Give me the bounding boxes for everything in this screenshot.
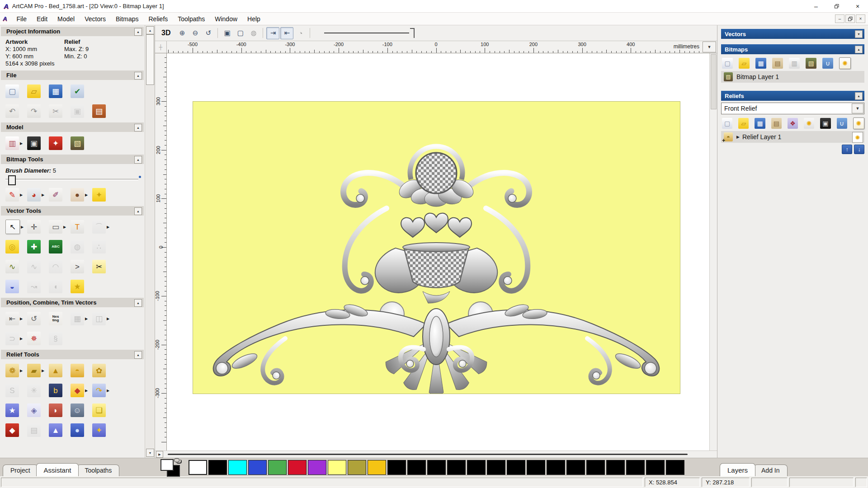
smoothing-icon[interactable]: ▰ [27, 364, 41, 377]
tab-add-in[interactable]: Add In [754, 465, 787, 476]
extrude-relief-icon[interactable]: ✦ [92, 423, 106, 437]
save-bitmap-layer-icon[interactable]: ▦ [755, 58, 766, 69]
paint-icon[interactable]: ✎ [5, 188, 19, 202]
zoom-in-icon[interactable]: ⊕ [176, 28, 188, 39]
brush-diameter-slider[interactable] [5, 175, 138, 184]
colour-shape-icon[interactable]: ◆ [5, 423, 19, 437]
colour-swatch[interactable] [348, 460, 366, 475]
create-star-icon[interactable]: ★ [71, 280, 84, 293]
colour-swatch[interactable] [527, 460, 545, 475]
colour-swatch[interactable] [189, 460, 207, 475]
tab-layers[interactable]: Layers [720, 463, 755, 476]
magic-sponge-icon[interactable]: ✦ [92, 188, 106, 202]
colour-swatch[interactable] [626, 460, 645, 475]
redo-icon[interactable]: ↷ [27, 104, 41, 118]
flyout-arrow-icon[interactable]: ▶ [85, 317, 88, 321]
toggle-bitmap-visibility-icon[interactable]: ✺ [839, 57, 851, 69]
create-text-icon[interactable]: T [71, 220, 84, 234]
layer-visibility-bulb-icon[interactable]: ✺ [852, 132, 863, 143]
ruler-unit-dropdown[interactable]: ▼ [703, 42, 716, 52]
join-vectors-icon[interactable]: ⊃ [5, 332, 19, 345]
colour-swatch[interactable] [646, 460, 665, 475]
colour-swatch[interactable] [228, 460, 247, 475]
colour-swatch[interactable] [288, 460, 307, 475]
restore-button[interactable] [826, 0, 847, 12]
line-width-handle[interactable] [410, 28, 415, 38]
undo-icon[interactable]: ↶ [5, 104, 19, 118]
collapse-section-button[interactable]: ▲ [134, 299, 142, 307]
trim-vectors-icon[interactable]: ✂ [92, 260, 106, 273]
flyout-arrow-icon[interactable]: ▶ [20, 141, 23, 145]
basket-weave-icon[interactable]: ▤ [27, 423, 41, 437]
zoom-previous-icon[interactable]: ↺ [202, 28, 214, 39]
scroll-down-icon[interactable]: ▼ [146, 449, 154, 457]
collapse-section-button[interactable]: ▲ [134, 72, 142, 80]
transfer-relief-layer-icon[interactable]: ❖ [788, 118, 798, 129]
flyout-arrow-icon[interactable]: ▶ [63, 225, 66, 229]
menu-item-help[interactable]: Help [242, 14, 265, 24]
zoom-drawing-icon[interactable]: ▢ [234, 28, 246, 39]
save-model-icon[interactable]: ▦ [49, 84, 62, 98]
menu-item-model[interactable]: Model [52, 14, 80, 24]
relief-layer-row[interactable]: ◓+ ▶ Relief Layer 1 ✺ [721, 131, 864, 143]
block-copy-icon[interactable]: ▦ [71, 312, 84, 325]
paste-icon[interactable]: ▤ [92, 104, 106, 118]
cut-icon[interactable]: ✂ [49, 104, 62, 118]
flyout-arrow-icon[interactable]: ▶ [85, 193, 88, 197]
collapse-section-button[interactable]: ▲ [134, 156, 142, 164]
copy-icon[interactable]: ▣ [71, 104, 84, 118]
spin-relief-icon[interactable]: S [5, 384, 19, 397]
flyout-arrow-icon[interactable]: ▶ [20, 317, 23, 321]
wrap-vectors-icon[interactable]: ◍ [71, 240, 84, 253]
dome-relief-icon[interactable]: ◓ [71, 364, 84, 377]
free-sketch-icon[interactable]: ∿ [27, 260, 41, 273]
weave-relief-icon[interactable]: ✳ [27, 384, 41, 397]
spiral-icon[interactable]: § [49, 332, 62, 345]
colour-swatch[interactable] [387, 460, 406, 475]
fit-arcs-icon[interactable]: > [71, 260, 84, 273]
merge-bitmap-layers-icon[interactable]: ▤ [772, 58, 783, 69]
scrollbar-thumb[interactable] [168, 454, 688, 455]
collapse-section-button[interactable]: ▲ [855, 92, 863, 100]
menu-item-vectors[interactable]: Vectors [80, 14, 111, 24]
scroll-right-icon[interactable]: ▶ [156, 451, 163, 458]
colour-picker-icon[interactable]: ✐ [49, 188, 62, 202]
canvas-horizontal-scrollbar[interactable]: ▶ [155, 450, 717, 458]
open-relief-layer-icon[interactable]: ▱ [738, 118, 749, 129]
colour-swatch[interactable] [487, 460, 505, 475]
open-bitmap-layer-icon[interactable]: ▱ [739, 58, 750, 69]
load-texture-icon[interactable]: ▧ [71, 136, 84, 150]
colour-swatch[interactable] [407, 460, 426, 475]
collapse-section-button[interactable]: ▲ [855, 46, 863, 53]
panel-scrollbar[interactable]: ▲ ▼ [145, 25, 155, 458]
colour-swatch[interactable] [208, 460, 227, 475]
new-model-icon[interactable]: ▢ [5, 84, 19, 98]
offset-relief-icon[interactable]: ◆ [71, 384, 84, 397]
drawing-canvas[interactable] [167, 53, 709, 450]
flyout-arrow-icon[interactable]: ▶ [42, 369, 44, 373]
flyout-arrow-icon[interactable]: ▶ [107, 389, 109, 393]
tab-project[interactable]: Project [3, 465, 38, 476]
model-artwork[interactable] [193, 101, 680, 394]
set-lighting-icon[interactable]: ✦ [49, 136, 62, 150]
wrap-relief-icon[interactable]: ◈ [27, 404, 41, 417]
greyscale-preview-icon[interactable]: ▣ [820, 118, 830, 129]
colour-swatch[interactable] [666, 460, 684, 475]
reliefs-header[interactable]: Reliefs ▲ [721, 91, 864, 101]
mdi-minimize-button[interactable]: – [835, 14, 844, 23]
colour-swatch[interactable] [427, 460, 446, 475]
bitmap-layer-row[interactable]: ▧ Bitmap Layer 1 [721, 71, 864, 83]
expand-layer-icon[interactable]: ▶ [736, 135, 740, 139]
menu-item-toolpaths[interactable]: Toolpaths [173, 14, 210, 24]
relief-layers-icon[interactable]: ❏ [92, 404, 106, 417]
new-bitmap-layer-icon[interactable]: ▢ [722, 58, 733, 69]
scrollbar-thumb[interactable] [146, 34, 154, 85]
create-polyline-icon[interactable]: ∿ [5, 260, 19, 273]
node-editing-icon[interactable]: ✚ [27, 240, 41, 253]
fit-polyline-icon[interactable]: ↝ [27, 280, 41, 293]
relief-wizard-icon[interactable]: b [49, 384, 62, 397]
relief-envelope-icon[interactable]: ↷ [92, 384, 106, 397]
flyout-arrow-icon[interactable]: ▶ [107, 225, 109, 229]
menu-item-bitmaps[interactable]: Bitmaps [111, 14, 144, 24]
save-relief-layer-icon[interactable]: ▦ [755, 118, 765, 129]
